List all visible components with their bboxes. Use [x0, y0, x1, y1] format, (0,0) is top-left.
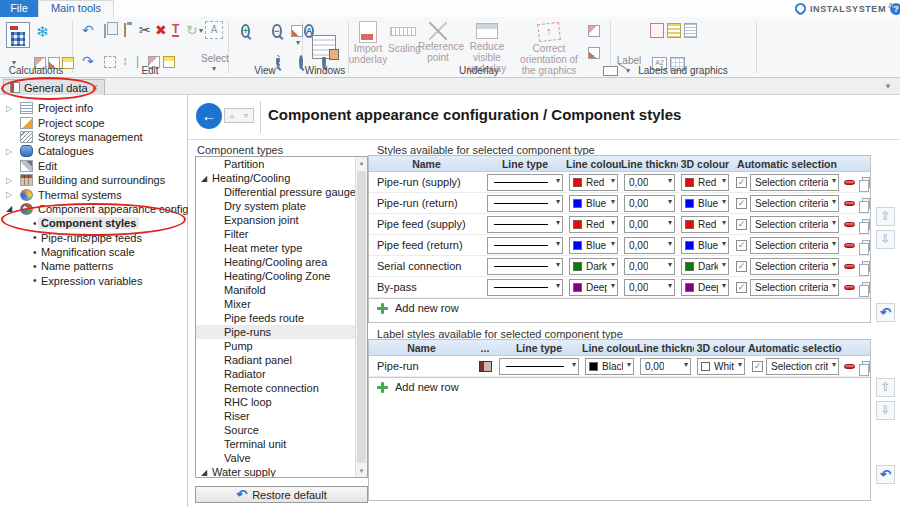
expanded-icon[interactable]: ◢ [6, 204, 16, 213]
tree-item-thermal-systems[interactable]: ▷ Thermal systems [0, 187, 187, 201]
line-type-select[interactable] [487, 237, 563, 254]
collapsed-icon[interactable]: ▷ [6, 190, 16, 199]
tree-item-magnification-scale[interactable]: • Magnification scale [0, 245, 187, 259]
auto-selection-checkbox[interactable]: ✓ [736, 198, 747, 209]
line-colour-select[interactable]: Red [569, 216, 618, 233]
copy-row-button[interactable] [862, 177, 870, 188]
component-type-item-selected[interactable]: Pipe-runs [196, 325, 355, 339]
copy-row-button[interactable] [862, 282, 870, 293]
line-thickness-select[interactable]: 0,00 [624, 237, 675, 254]
auto-selection-checkbox[interactable]: ✓ [736, 240, 747, 251]
auto-selection-checkbox[interactable]: ✓ [752, 361, 763, 372]
auto-selection-select[interactable]: Selection criteria ... [766, 358, 839, 375]
line-thickness-select[interactable]: 0,00 [624, 216, 675, 233]
undo-label-styles-button[interactable]: ↶ [876, 465, 895, 484]
tree-item-building-surroundings[interactable]: ▷ Building and surroundings [0, 173, 187, 187]
tree-item-component-appearance[interactable]: ◢ Component appearance configuration [0, 202, 187, 216]
line-type-select[interactable] [487, 279, 563, 296]
import-underlay-button[interactable]: Import underlay [348, 21, 388, 65]
select-label[interactable]: Select [198, 53, 232, 64]
auto-selection-select[interactable]: Selection criteria ... [750, 237, 839, 254]
component-type-item[interactable]: Partition [196, 157, 355, 171]
auto-hide-icon[interactable]: ▼ [884, 82, 892, 91]
delete-row-button[interactable] [844, 222, 855, 227]
tree-item-catalogues[interactable]: ▷ Catalogues [0, 144, 187, 158]
line-thickness-select[interactable]: 0,00 [624, 174, 675, 191]
delete-row-button[interactable] [844, 364, 855, 369]
close-tab-icon[interactable]: × [92, 82, 98, 93]
auto-selection-checkbox[interactable]: ✓ [736, 177, 747, 188]
general-data-tab[interactable]: General data × [3, 79, 105, 95]
collapsed-icon[interactable]: ▷ [6, 176, 16, 185]
tree-item-expression-variables[interactable]: • Expression variables [0, 274, 187, 288]
copy-button[interactable] [104, 24, 106, 38]
component-type-item[interactable]: Terminal unit [196, 437, 355, 451]
tab-main-tools[interactable]: Main tools [38, 0, 114, 17]
auto-selection-select[interactable]: Selection criteria ... [750, 216, 839, 233]
copy-row-button[interactable] [862, 240, 870, 251]
component-type-item[interactable]: Heating/Cooling area [196, 255, 355, 269]
add-new-row-button[interactable]: Add new row [369, 298, 870, 317]
line-type-select[interactable] [487, 195, 563, 212]
line-colour-select[interactable]: Black [585, 358, 634, 375]
zoom-out-button[interactable]: − [272, 24, 281, 38]
colour-3d-select[interactable]: Whit [697, 358, 745, 375]
line-colour-select[interactable]: Dark g [569, 258, 618, 275]
copy-row-button[interactable] [862, 361, 870, 372]
tree-item-project-scope[interactable]: Project scope [0, 115, 187, 129]
component-type-item[interactable]: Pump [196, 339, 355, 353]
line-thickness-select[interactable]: 0,00 [640, 358, 691, 375]
line-colour-select[interactable]: Blue [569, 237, 618, 254]
component-type-item[interactable]: Valve [196, 451, 355, 465]
component-type-item[interactable]: Radiator [196, 367, 355, 381]
line-thickness-select[interactable]: 0,00 [624, 279, 675, 296]
auto-selection-checkbox[interactable]: ✓ [736, 219, 747, 230]
component-type-item[interactable]: Remote connection [196, 381, 355, 395]
auto-selection-checkbox[interactable]: ✓ [736, 282, 747, 293]
auto-selection-select[interactable]: Selection criteria ... [750, 279, 839, 296]
copy-row-button[interactable] [862, 261, 870, 272]
auto-selection-select[interactable]: Selection criteria ... [750, 174, 839, 191]
chart-button[interactable] [667, 23, 681, 38]
colour-3d-select[interactable]: Red [681, 174, 729, 191]
zoom-in-button[interactable]: + [241, 24, 250, 38]
colour-3d-select[interactable]: Blue [681, 195, 729, 212]
refresh-button[interactable]: ↻ [186, 22, 198, 38]
colour-3d-select[interactable]: Dark g [681, 258, 729, 275]
scaling-button[interactable]: Scaling [388, 21, 418, 54]
delete-row-button[interactable] [844, 285, 855, 290]
tree-item-pipe-runs-pipe-feeds[interactable]: • Pipe-runs/pipe feeds [0, 231, 187, 245]
calculations-button[interactable] [6, 22, 30, 48]
select-button[interactable]: A [205, 21, 223, 39]
component-type-item[interactable]: Riser [196, 409, 355, 423]
line-type-select[interactable] [499, 358, 579, 375]
list-button[interactable] [684, 23, 697, 38]
scroll-up-icon[interactable]: ▲ [356, 157, 367, 169]
ribbon-collapse-icon[interactable]: ^ [888, 2, 894, 13]
windows-dropdown-icon[interactable]: ▾ [322, 55, 326, 63]
auto-selection-select[interactable]: Selection criteria ... [750, 258, 839, 275]
list-scrollbar[interactable]: ▲ ▼ [355, 157, 367, 477]
tree-item-storeys-management[interactable]: Storeys management [0, 130, 187, 144]
component-type-item[interactable]: Dry system plate [196, 199, 355, 213]
component-type-item[interactable]: Manifold [196, 283, 355, 297]
add-new-row-button[interactable]: Add new row [369, 377, 870, 396]
undo-button[interactable]: ↶ [82, 22, 94, 38]
component-type-item[interactable]: Heat meter type [196, 241, 355, 255]
component-type-item[interactable]: Mixer [196, 297, 355, 311]
tree-item-edit[interactable]: Edit [0, 159, 187, 173]
tab-file[interactable]: File [0, 0, 38, 17]
note-button[interactable] [650, 23, 664, 38]
tree-item-project-info[interactable]: ▷ Project info [0, 101, 187, 115]
collapsed-icon[interactable]: ▷ [6, 104, 16, 113]
line-type-select[interactable] [487, 258, 563, 275]
colour-3d-select[interactable]: Red [681, 216, 729, 233]
component-type-item[interactable]: Differential pressure gauge [196, 185, 355, 199]
delete-row-button[interactable] [844, 201, 855, 206]
line-thickness-select[interactable]: 0,00 [624, 195, 675, 212]
component-type-item[interactable]: Source [196, 423, 355, 437]
delete-row-button[interactable] [844, 180, 855, 185]
restore-default-button[interactable]: ↶ Restore default [195, 486, 368, 503]
refrigeration-button[interactable]: ❄ [36, 24, 49, 39]
component-type-item[interactable]: Filter [196, 227, 355, 241]
